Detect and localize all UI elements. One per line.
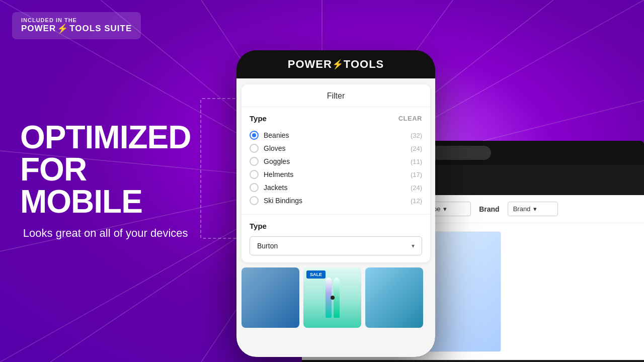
dotted-rectangle-hint	[200, 98, 238, 239]
radio-ski-bindings[interactable]	[250, 196, 259, 205]
filter-title: Filter	[242, 84, 430, 107]
badge-line1: INCLUDED IN THE	[21, 17, 132, 23]
filter-type-section: Type CLEAR Beanies (32)	[242, 107, 430, 212]
radio-label-ski-bindings: Ski Bindings	[264, 197, 302, 205]
brand-dropdown-value: Burton	[257, 242, 278, 250]
desktop-type-arrow: ▾	[443, 205, 447, 213]
filter-section-header: Type CLEAR	[250, 114, 422, 123]
phone-logo-post: TOOLS	[344, 58, 384, 71]
headline-line3: MOBILE	[20, 186, 191, 218]
hero-subline: Looks great on all of your devices	[20, 226, 191, 241]
radio-goggles[interactable]	[250, 157, 259, 166]
radio-count-ski-bindings: (12)	[411, 197, 422, 205]
phone-content: Filter Type CLEAR Beanies (32)	[236, 78, 435, 357]
filter-divider	[242, 214, 430, 215]
phone-topbar: POWER⚡TOOLS	[236, 50, 435, 78]
phone-product-2: SALE	[303, 267, 361, 328]
radio-count-beanies: (32)	[411, 132, 422, 139]
desktop-brand-label: Brand	[479, 205, 499, 213]
radio-count-helments: (17)	[411, 171, 422, 178]
phone-product-1	[242, 267, 299, 328]
phone-device: POWER⚡TOOLS Filter Type CLEAR Beanie	[236, 50, 435, 357]
radio-label-gloves: Gloves	[264, 144, 286, 152]
hero-text-block: OPTIMIZED FOR MOBILE Looks great on all …	[20, 121, 191, 241]
radio-left-ski-bindings: Ski Bindings	[250, 196, 302, 205]
filter-brand-section: Type Burton ▾	[242, 217, 430, 262]
headline-line1: OPTIMIZED	[20, 121, 191, 153]
radio-jackets[interactable]	[250, 183, 259, 192]
phone-logo: POWER⚡TOOLS	[288, 58, 384, 71]
filter-section2-title: Type	[250, 222, 267, 230]
phone-product-img-1	[242, 267, 299, 328]
filter-item-beanies[interactable]: Beanies (32)	[250, 129, 422, 142]
filter-item-gloves[interactable]: Gloves (24)	[250, 142, 422, 155]
radio-left-gloves: Gloves	[250, 144, 286, 153]
radio-count-gloves: (24)	[411, 145, 422, 152]
ski-logo-dot	[331, 296, 335, 300]
headline-line2: FOR	[20, 153, 191, 186]
radio-count-jackets: (24)	[411, 184, 422, 192]
phone-bolt: ⚡	[332, 59, 344, 70]
filter-item-ski-bindings[interactable]: Ski Bindings (12)	[250, 194, 422, 207]
filter-section2-header: Type	[250, 222, 422, 230]
phone-product-3	[365, 267, 423, 328]
filter-item-helments[interactable]: Helments (17)	[250, 168, 422, 181]
filter-item-jackets[interactable]: Jackets (24)	[250, 181, 422, 194]
clear-button[interactable]: CLEAR	[398, 115, 422, 122]
phone-products-row: SALE	[236, 267, 435, 328]
filter-radio-list: Beanies (32) Gloves (24)	[250, 129, 422, 207]
radio-left-goggles: Goggles	[250, 157, 290, 166]
desktop-brand-select[interactable]: Brand ▾	[508, 202, 558, 216]
radio-label-goggles: Goggles	[264, 157, 290, 165]
radio-left-jackets: Jackets	[250, 183, 287, 192]
brand-dropdown[interactable]: Burton ▾	[250, 236, 422, 255]
desktop-brand-placeholder: Brand	[513, 205, 531, 213]
filter-panel: Filter Type CLEAR Beanies (32)	[242, 84, 430, 262]
hero-headline: OPTIMIZED FOR MOBILE	[20, 121, 191, 218]
phone-sale-badge-2: SALE	[306, 270, 326, 279]
desktop-brand-arrow: ▾	[533, 205, 537, 213]
radio-label-helments: Helments	[264, 170, 293, 178]
badge-bolt: ⚡	[57, 23, 68, 34]
phone-product-img-3	[365, 267, 423, 328]
radio-left-beanies: Beanies	[250, 131, 289, 140]
radio-gloves[interactable]	[250, 144, 259, 153]
badge-line2: POWER⚡TOOLS SUITE	[21, 23, 132, 34]
radio-left-helments: Helments	[250, 170, 293, 179]
radio-label-jackets: Jackets	[264, 184, 287, 192]
badge-logo-pre: POWER	[21, 24, 56, 34]
radio-helments[interactable]	[250, 170, 259, 179]
phone-logo-pre: POWER	[288, 58, 332, 71]
badge-logo-post: TOOLS SUITE	[69, 24, 132, 34]
radio-count-goggles: (11)	[411, 158, 422, 165]
radio-label-beanies: Beanies	[264, 131, 289, 139]
filter-section1-title: Type	[250, 114, 267, 123]
power-tools-badge: INCLUDED IN THE POWER⚡TOOLS SUITE	[12, 12, 141, 39]
dropdown-arrow-icon: ▾	[412, 242, 415, 249]
filter-item-goggles[interactable]: Goggles (11)	[250, 155, 422, 168]
radio-beanies[interactable]	[250, 131, 259, 140]
